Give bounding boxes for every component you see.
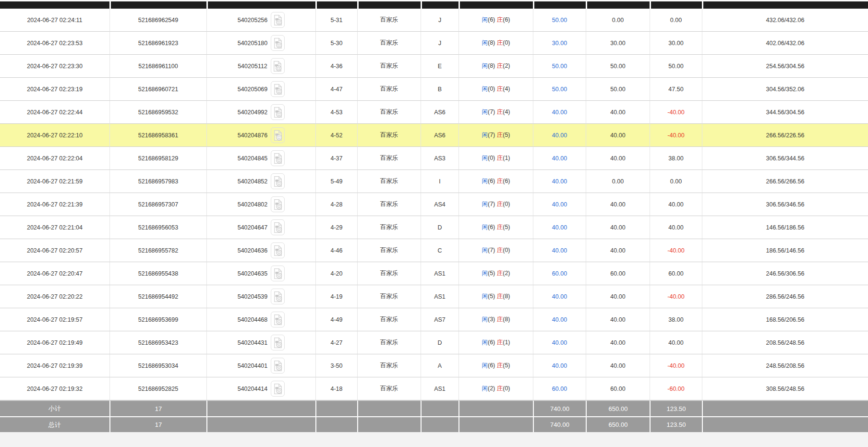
bet-detail-cell: 闲(6) 庄(5): [458, 216, 533, 239]
bet-time-cell: 2024-06-27 02:24:11: [0, 9, 109, 32]
banker-points: (4): [503, 85, 510, 92]
subtotal-empty-cell: [421, 400, 458, 416]
banker-label: 庄: [497, 339, 503, 346]
banker-points: (0): [503, 385, 510, 392]
video-replay-button[interactable]: [271, 381, 285, 397]
video-replay-button[interactable]: [271, 127, 285, 143]
round-id-cell: 540204635: [206, 262, 315, 285]
game-result-cell: E: [421, 55, 458, 78]
balance-cell: 186.56/146.56: [702, 239, 868, 262]
video-replay-button[interactable]: [271, 150, 285, 166]
game-result-cell: AS1: [421, 377, 458, 400]
table-row: 2024-06-27 02:22:44 521686959532 5402049…: [0, 101, 868, 124]
win-loss-cell: -40.00: [650, 285, 702, 308]
player-points: (7): [488, 132, 495, 138]
player-label: 闲: [482, 362, 488, 369]
player-label: 闲: [482, 39, 488, 46]
video-replay-button[interactable]: [271, 266, 285, 281]
bet-time-cell: 2024-06-27 02:19:39: [0, 354, 109, 377]
round-id: 540205112: [238, 63, 267, 70]
video-file-icon: [273, 176, 283, 187]
round-id: 540204845: [238, 155, 268, 162]
total-empty-cell: [206, 416, 315, 432]
video-replay-button[interactable]: [271, 242, 285, 258]
round-id-cell: 540205069: [206, 78, 315, 101]
balance-cell: 432.06/432.06: [702, 9, 868, 32]
game-type-cell: 百家乐: [357, 32, 421, 55]
player-points: (7): [488, 247, 495, 254]
subtotal-empty-cell: [702, 400, 868, 416]
video-replay-button[interactable]: [271, 196, 285, 212]
banker-label: 庄: [497, 85, 503, 92]
balance-cell: 266.56/266.56: [702, 170, 868, 193]
round-id: 540204636: [238, 247, 268, 254]
table-round-cell: 4-47: [315, 78, 357, 101]
table-row: 2024-06-27 02:21:59 521686957983 5402048…: [0, 170, 868, 193]
bet-amount-cell: 40.00: [533, 239, 586, 262]
table-round-cell: 5-30: [315, 32, 357, 55]
table-header: [0, 1, 868, 9]
video-replay-button[interactable]: [271, 58, 285, 74]
banker-label: 庄: [497, 316, 503, 323]
video-replay-button[interactable]: [271, 35, 285, 51]
bet-amount-cell: 40.00: [533, 124, 586, 147]
bet-amount-cell: 40.00: [533, 101, 586, 124]
player-points: (8): [488, 62, 495, 69]
round-id: 540204539: [238, 293, 268, 300]
valid-amount-cell: 60.00: [586, 377, 650, 400]
table-row: 2024-06-27 02:24:11 521686962549 5402052…: [0, 9, 868, 32]
video-file-icon: [273, 84, 283, 95]
table-body: 2024-06-27 02:24:11 521686962549 5402052…: [0, 9, 868, 400]
total-label: 总计: [0, 416, 109, 432]
bet-time-cell: 2024-06-27 02:20:22: [0, 285, 109, 308]
banker-points: (5): [503, 224, 510, 230]
game-result-cell: B: [421, 78, 458, 101]
table-round-cell: 4-18: [315, 377, 357, 400]
win-loss-cell: 60.00: [650, 262, 702, 285]
game-type-cell: 百家乐: [357, 124, 421, 147]
bet-time-cell: 2024-06-27 02:19:57: [0, 308, 109, 331]
game-result-cell: AS6: [421, 124, 458, 147]
total-empty-cell: [421, 416, 458, 432]
balance-cell: 146.56/186.56: [702, 216, 868, 239]
video-file-icon: [273, 337, 283, 349]
win-loss-cell: -60.00: [650, 377, 702, 400]
column-header-game-type: [357, 1, 421, 9]
video-replay-button[interactable]: [271, 219, 285, 235]
subtotal-empty-cell: [315, 400, 357, 416]
player-points: (6): [488, 362, 495, 369]
game-result-cell: J: [421, 32, 458, 55]
banker-label: 庄: [497, 201, 503, 207]
bet-time-cell: 2024-06-27 02:21:59: [0, 170, 109, 193]
video-file-icon: [273, 383, 283, 395]
round-id: 540205180: [238, 40, 268, 47]
valid-amount-cell: 40.00: [586, 124, 650, 147]
round-id-cell: 540204647: [206, 216, 315, 239]
video-replay-button[interactable]: [271, 12, 285, 28]
game-type-cell: 百家乐: [357, 55, 421, 78]
banker-points: (8): [503, 293, 510, 300]
player-label: 闲: [482, 339, 488, 346]
banker-label: 庄: [497, 178, 503, 184]
win-loss-cell: 30.00: [650, 32, 702, 55]
video-replay-button[interactable]: [271, 173, 285, 189]
round-id-cell: 540204852: [206, 170, 315, 193]
video-file-icon: [273, 245, 283, 256]
win-loss-cell: 38.00: [650, 308, 702, 331]
bet-id-cell: 521686953034: [109, 354, 206, 377]
video-replay-button[interactable]: [271, 335, 285, 350]
valid-amount-cell: 40.00: [586, 216, 650, 239]
video-replay-button[interactable]: [271, 358, 285, 374]
round-id-cell: 540205256: [206, 9, 315, 32]
game-result-cell: D: [421, 216, 458, 239]
video-replay-button[interactable]: [271, 289, 285, 304]
video-replay-button[interactable]: [271, 104, 285, 120]
balance-cell: 344.56/304.56: [702, 101, 868, 124]
video-replay-button[interactable]: [271, 312, 285, 327]
banker-points: (4): [503, 109, 510, 115]
balance-cell: 304.56/352.06: [702, 78, 868, 101]
subtotal-empty-cell: [357, 400, 421, 416]
bet-detail-cell: 闲(6) 庄(6): [458, 9, 533, 32]
balance-cell: 246.56/306.56: [702, 262, 868, 285]
video-replay-button[interactable]: [271, 81, 285, 97]
